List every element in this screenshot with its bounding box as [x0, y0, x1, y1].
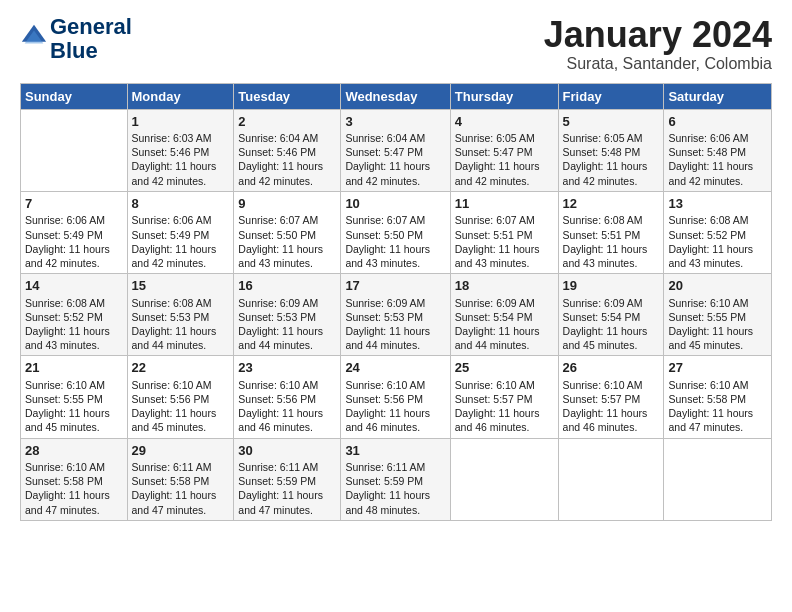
day-info: Daylight: 11 hours — [132, 406, 230, 420]
calendar-cell: 8Sunrise: 6:06 AMSunset: 5:49 PMDaylight… — [127, 191, 234, 273]
day-info: Sunrise: 6:09 AM — [563, 296, 660, 310]
day-number: 4 — [455, 113, 554, 131]
calendar-cell: 23Sunrise: 6:10 AMSunset: 5:56 PMDayligh… — [234, 356, 341, 438]
day-info: and 44 minutes. — [132, 338, 230, 352]
day-info: Daylight: 11 hours — [132, 242, 230, 256]
day-info: Sunset: 5:54 PM — [455, 310, 554, 324]
calendar-cell: 14Sunrise: 6:08 AMSunset: 5:52 PMDayligh… — [21, 274, 128, 356]
header: General Blue January 2024 Surata, Santan… — [20, 15, 772, 73]
calendar-cell: 5Sunrise: 6:05 AMSunset: 5:48 PMDaylight… — [558, 109, 664, 191]
calendar-cell: 29Sunrise: 6:11 AMSunset: 5:58 PMDayligh… — [127, 438, 234, 520]
day-info: Sunrise: 6:07 AM — [345, 213, 445, 227]
day-info: Sunrise: 6:10 AM — [345, 378, 445, 392]
weekday-header-row: SundayMondayTuesdayWednesdayThursdayFrid… — [21, 83, 772, 109]
day-info: and 46 minutes. — [238, 420, 336, 434]
calendar-cell: 6Sunrise: 6:06 AMSunset: 5:48 PMDaylight… — [664, 109, 772, 191]
day-info: Daylight: 11 hours — [345, 406, 445, 420]
day-number: 15 — [132, 277, 230, 295]
day-info: Sunset: 5:52 PM — [25, 310, 123, 324]
calendar-cell: 26Sunrise: 6:10 AMSunset: 5:57 PMDayligh… — [558, 356, 664, 438]
day-info: and 43 minutes. — [345, 256, 445, 270]
day-number: 28 — [25, 442, 123, 460]
calendar-cell: 7Sunrise: 6:06 AMSunset: 5:49 PMDaylight… — [21, 191, 128, 273]
calendar-cell — [450, 438, 558, 520]
day-number: 31 — [345, 442, 445, 460]
day-number: 16 — [238, 277, 336, 295]
day-info: Sunset: 5:58 PM — [132, 474, 230, 488]
day-info: Sunset: 5:56 PM — [238, 392, 336, 406]
day-info: Sunset: 5:57 PM — [455, 392, 554, 406]
day-info: Sunrise: 6:09 AM — [455, 296, 554, 310]
day-info: Sunrise: 6:10 AM — [563, 378, 660, 392]
day-info: Sunset: 5:53 PM — [132, 310, 230, 324]
day-info: Sunset: 5:51 PM — [455, 228, 554, 242]
day-info: Daylight: 11 hours — [132, 159, 230, 173]
weekday-header-monday: Monday — [127, 83, 234, 109]
day-info: Sunset: 5:50 PM — [238, 228, 336, 242]
day-number: 3 — [345, 113, 445, 131]
day-info: Daylight: 11 hours — [455, 159, 554, 173]
day-number: 22 — [132, 359, 230, 377]
day-info: Sunrise: 6:06 AM — [132, 213, 230, 227]
logo-text: General Blue — [50, 15, 132, 63]
day-number: 26 — [563, 359, 660, 377]
calendar-table: SundayMondayTuesdayWednesdayThursdayFrid… — [20, 83, 772, 521]
weekday-header-sunday: Sunday — [21, 83, 128, 109]
calendar-cell — [664, 438, 772, 520]
day-number: 8 — [132, 195, 230, 213]
day-info: Daylight: 11 hours — [345, 488, 445, 502]
day-info: Sunset: 5:54 PM — [563, 310, 660, 324]
day-info: Sunrise: 6:09 AM — [238, 296, 336, 310]
day-info: and 43 minutes. — [238, 256, 336, 270]
calendar-week-row: 21Sunrise: 6:10 AMSunset: 5:55 PMDayligh… — [21, 356, 772, 438]
calendar-cell: 2Sunrise: 6:04 AMSunset: 5:46 PMDaylight… — [234, 109, 341, 191]
day-number: 13 — [668, 195, 767, 213]
day-info: Sunrise: 6:07 AM — [455, 213, 554, 227]
day-info: Sunrise: 6:11 AM — [238, 460, 336, 474]
weekday-header-saturday: Saturday — [664, 83, 772, 109]
day-info: Sunset: 5:48 PM — [668, 145, 767, 159]
day-number: 24 — [345, 359, 445, 377]
day-info: Sunrise: 6:10 AM — [25, 378, 123, 392]
day-info: Daylight: 11 hours — [563, 324, 660, 338]
day-info: and 42 minutes. — [455, 174, 554, 188]
day-info: Sunrise: 6:06 AM — [25, 213, 123, 227]
calendar-cell: 20Sunrise: 6:10 AMSunset: 5:55 PMDayligh… — [664, 274, 772, 356]
day-info: Sunset: 5:58 PM — [668, 392, 767, 406]
day-info: Sunrise: 6:07 AM — [238, 213, 336, 227]
day-info: Sunset: 5:53 PM — [238, 310, 336, 324]
day-info: Sunrise: 6:10 AM — [25, 460, 123, 474]
day-info: and 42 minutes. — [563, 174, 660, 188]
day-info: Daylight: 11 hours — [238, 324, 336, 338]
day-number: 1 — [132, 113, 230, 131]
day-info: and 42 minutes. — [345, 174, 445, 188]
day-info: and 42 minutes. — [668, 174, 767, 188]
calendar-cell: 17Sunrise: 6:09 AMSunset: 5:53 PMDayligh… — [341, 274, 450, 356]
day-info: Daylight: 11 hours — [668, 406, 767, 420]
day-info: Sunrise: 6:03 AM — [132, 131, 230, 145]
day-info: and 45 minutes. — [668, 338, 767, 352]
day-number: 2 — [238, 113, 336, 131]
day-info: Sunrise: 6:10 AM — [132, 378, 230, 392]
title-block: January 2024 Surata, Santander, Colombia — [544, 15, 772, 73]
day-info: Daylight: 11 hours — [563, 406, 660, 420]
day-info: Sunrise: 6:05 AM — [563, 131, 660, 145]
day-number: 9 — [238, 195, 336, 213]
page: General Blue January 2024 Surata, Santan… — [0, 0, 792, 612]
weekday-header-wednesday: Wednesday — [341, 83, 450, 109]
day-info: Sunset: 5:47 PM — [345, 145, 445, 159]
weekday-header-tuesday: Tuesday — [234, 83, 341, 109]
day-info: Daylight: 11 hours — [345, 159, 445, 173]
calendar-cell: 1Sunrise: 6:03 AMSunset: 5:46 PMDaylight… — [127, 109, 234, 191]
day-info: Sunrise: 6:04 AM — [238, 131, 336, 145]
day-number: 5 — [563, 113, 660, 131]
calendar-cell: 27Sunrise: 6:10 AMSunset: 5:58 PMDayligh… — [664, 356, 772, 438]
day-number: 7 — [25, 195, 123, 213]
day-number: 19 — [563, 277, 660, 295]
day-info: Daylight: 11 hours — [668, 242, 767, 256]
calendar-cell — [21, 109, 128, 191]
calendar-week-row: 7Sunrise: 6:06 AMSunset: 5:49 PMDaylight… — [21, 191, 772, 273]
day-info: Sunrise: 6:10 AM — [668, 378, 767, 392]
day-info: and 45 minutes. — [563, 338, 660, 352]
day-info: Sunrise: 6:10 AM — [238, 378, 336, 392]
